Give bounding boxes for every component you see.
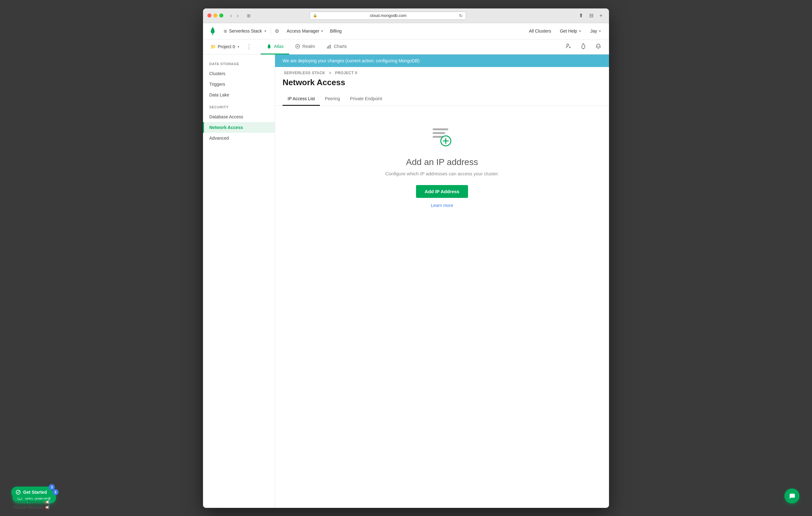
org-name: Serverless Stack [229,29,262,33]
realm-icon [295,43,300,49]
sidebar-item-data-lake-label: Data Lake [209,92,229,97]
address-bar: 🔒 cloud.mongodb.com ↻ [310,11,466,20]
content-area: We are deploying your changes (current a… [275,55,609,508]
url-text[interactable]: cloud.mongodb.com [319,13,457,18]
user-menu-button[interactable]: Jay ▼ [588,27,604,35]
project-name: Project 0 [218,44,235,49]
sidebar-toggle-button[interactable]: ⊟ [587,11,596,20]
close-traffic-light[interactable] [207,13,211,18]
sidebar-item-advanced-label: Advanced [209,135,229,141]
svg-rect-11 [433,132,445,134]
learn-more-link[interactable]: Learn more [431,203,453,208]
get-help-label: Get Help [560,29,577,33]
empty-state-title: Add an IP address [406,157,478,167]
sidebar-item-triggers[interactable]: Triggers [203,79,275,90]
deployment-banner: We are deploying your changes (current a… [275,55,609,67]
sidebar-item-database-access[interactable]: Database Access [203,112,275,122]
get-help-chevron-icon: ▼ [578,29,581,33]
project-chevron-icon: ▼ [237,45,240,49]
svg-rect-3 [327,47,328,48]
bell-icon [595,43,602,49]
tab-icon-button[interactable]: ⊞ [244,12,253,20]
refresh-button[interactable]: ↻ [459,13,463,18]
add-ip-address-button[interactable]: Add IP Address [416,185,468,198]
project-menu-button[interactable]: ⋮ [244,42,254,51]
content-tab-ip-access-list-label: IP Access List [288,96,315,101]
sidebar-item-advanced[interactable]: Advanced [203,133,275,143]
org-grid-icon: ⊞ [224,29,227,33]
megaphone-icon-fixed: 📢 [45,500,50,505]
tab-atlas[interactable]: Atlas [261,39,289,55]
org-selector[interactable]: ⊞ Serverless Stack ▼ [221,27,269,35]
sidebar-item-network-access-label: Network Access [209,125,243,130]
app-header: ⊞ Serverless Stack ▼ ⚙ Access Manager ▼ … [203,23,609,39]
breadcrumb-project: PROJECT 0 [335,71,357,75]
billing-button[interactable]: Billing [327,27,344,35]
mongodb-logo [208,26,218,36]
get-started-fixed-button[interactable]: Get Started [11,487,52,498]
header-divider [271,27,271,35]
minimize-traffic-light[interactable] [213,13,218,18]
content-tabs: IP Access List Peering Private Endpoint [275,92,609,106]
lock-icon: 🔒 [313,13,317,18]
project-nav: 📁 Project 0 ▼ ⋮ Atlas Realm [203,39,609,55]
tab-realm-label: Realm [302,44,315,49]
atlas-leaf-icon [266,43,272,49]
leaf-button[interactable] [578,42,589,52]
tab-charts-label: Charts [334,44,347,49]
access-manager-label: Access Manager [287,29,319,33]
svg-rect-0 [212,33,213,35]
forward-button[interactable]: › [235,12,240,19]
access-manager-chevron-icon: ▼ [320,29,324,33]
tab-atlas-label: Atlas [274,44,284,49]
empty-state-icon [430,125,455,150]
add-user-icon [565,43,572,49]
sidebar-item-clusters[interactable]: Clusters [203,68,275,79]
settings-button[interactable]: ⚙ [272,27,282,35]
sidebar-item-data-lake[interactable]: Data Lake [203,90,275,100]
tab-realm[interactable]: Realm [289,39,320,55]
content-tab-ip-access-list[interactable]: IP Access List [283,92,320,106]
tab-charts[interactable]: Charts [321,39,352,55]
feature-requests-fixed-label: Feature Requests [14,500,44,505]
breadcrumb-org: SERVERLESS STACK [284,71,325,75]
user-chevron-icon: ▼ [598,29,602,33]
breadcrumb-separator: > [329,71,332,75]
get-help-button[interactable]: Get Help ▼ [557,27,584,35]
content-tab-private-endpoint-label: Private Endpoint [350,96,382,101]
share-button[interactable]: ⬆ [577,11,585,20]
project-nav-right [563,42,604,52]
org-chevron-icon: ▼ [264,29,267,33]
sidebar-item-triggers-label: Triggers [209,82,225,87]
content-tab-private-endpoint[interactable]: Private Endpoint [345,92,387,106]
get-started-fixed-label: Get Started [23,490,47,495]
all-clusters-label: All Clusters [529,29,551,33]
user-name: Jay [590,29,597,33]
sidebar-item-network-access[interactable]: Network Access [203,122,275,133]
access-manager-button[interactable]: Access Manager ▼ [284,27,326,35]
chat-button[interactable] [784,488,800,504]
add-user-button[interactable] [563,42,574,52]
empty-state: Add an IP address Configure which IP add… [275,106,609,227]
security-section-label: SECURITY [203,105,275,112]
deployment-message: We are deploying your changes (current a… [283,58,419,63]
charts-icon [326,43,332,49]
content-tab-peering[interactable]: Peering [320,92,345,106]
browser-actions: ⬆ ⊟ + [577,11,605,20]
sidebar-item-database-access-label: Database Access [209,114,243,119]
new-tab-button[interactable]: + [598,11,605,20]
all-clusters-button[interactable]: All Clusters [526,27,554,35]
billing-label: Billing [330,29,342,33]
empty-state-description: Configure which IP addresses can access … [385,171,499,176]
notifications-button[interactable] [593,42,604,52]
data-storage-section-label: DATA STORAGE [203,62,275,68]
svg-rect-10 [433,128,448,130]
feature-requests-fixed-link[interactable]: Feature Requests 📢 [11,500,50,505]
sidebar-item-clusters-label: Clusters [209,71,225,76]
traffic-lights [207,13,223,18]
chat-icon [788,492,795,499]
back-button[interactable]: ‹ [228,12,234,19]
project-selector[interactable]: 📁 Project 0 ▼ [208,43,242,51]
svg-rect-5 [330,44,331,49]
maximize-traffic-light[interactable] [219,13,223,18]
